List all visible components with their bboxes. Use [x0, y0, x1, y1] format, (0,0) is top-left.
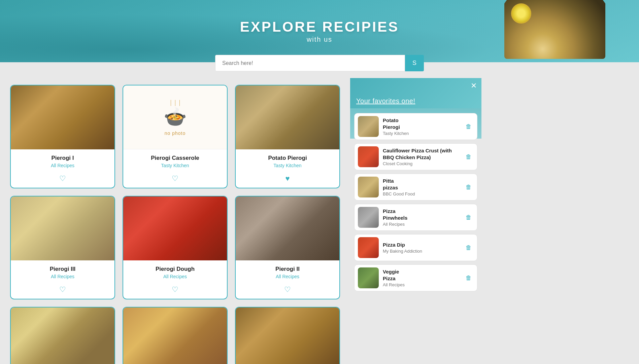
favorite-item: Pizza Dip My Baking Addiction 🗑: [354, 234, 477, 261]
recipe-source: All Recipes: [163, 274, 187, 279]
recipe-card-body: Pierogi Casserole Tasty Kitchen ♡: [123, 149, 227, 188]
recipe-card[interactable]: 🍲 no photo Pierogi Casserole Tasty Kitch…: [123, 85, 228, 188]
recipe-title: Pierogi Dough: [156, 266, 195, 272]
favorite-source: My Baking Addiction: [383, 249, 460, 254]
recipe-title: Potato Pierogi: [268, 155, 307, 161]
favorite-thumbnail: [358, 267, 379, 288]
favorite-heart-button[interactable]: ♡: [59, 283, 66, 295]
recipe-grid: Pierogi I All Recipes ♡ 🍲 no photo Piero…: [10, 85, 340, 364]
recipe-title: Pierogi II: [275, 266, 300, 272]
favorite-item: Pittapizzas BBC Good Food 🗑: [354, 174, 477, 201]
recipe-image: [123, 307, 227, 364]
favorite-name: Pittapizzas: [383, 178, 460, 191]
favorite-delete-button[interactable]: 🗑: [464, 273, 474, 283]
favorites-header: Your favorites one! ✕: [350, 78, 481, 108]
favorites-panel: Your favorites one! ✕ PotatoPierogi Tast…: [350, 78, 481, 364]
favorite-thumbnail: [358, 207, 379, 228]
favorite-heart-button[interactable]: ♡: [59, 172, 66, 184]
favorite-delete-button[interactable]: 🗑: [464, 152, 474, 162]
no-photo-placeholder: 🍲 no photo: [123, 85, 227, 149]
recipe-source: All Recipes: [51, 274, 74, 279]
recipe-title: Pierogi I: [51, 155, 74, 161]
favorite-info: Cauliflower Pizza Crust (with BBQ Chicke…: [383, 147, 460, 166]
favorite-info: Pizza Dip My Baking Addiction: [383, 242, 460, 254]
recipe-image: [11, 85, 114, 149]
favorite-delete-button[interactable]: 🗑: [464, 213, 474, 222]
pot-decoration: [171, 100, 180, 106]
recipe-card-body: Pierogi III All Recipes ♡: [11, 260, 114, 299]
recipe-grid-area: Pierogi I All Recipes ♡ 🍲 no photo Piero…: [0, 78, 350, 364]
favorite-source: Closet Cooking: [383, 161, 460, 166]
favorite-heart-button[interactable]: ♡: [172, 172, 178, 184]
recipe-card[interactable]: Pasta Recipe All Recipes ♡: [10, 307, 115, 364]
favorite-name: PotatoPierogi: [383, 117, 460, 130]
favorite-source: Tasty Kitchen: [383, 131, 460, 136]
pot-icon: 🍲: [164, 106, 187, 128]
recipe-source: Tasty Kitchen: [161, 163, 189, 168]
favorite-info: PizzaPinwheels All Recipes: [383, 208, 460, 227]
recipe-image: [11, 307, 114, 364]
favorite-item: VeggiePizza All Recipes 🗑: [354, 264, 477, 291]
recipe-card[interactable]: Potato Pierogi Tasty Kitchen ♥: [235, 85, 340, 188]
main-layout: Pierogi I All Recipes ♡ 🍲 no photo Piero…: [0, 78, 639, 364]
favorite-heart-button[interactable]: ♡: [284, 283, 291, 295]
search-wrapper: S: [215, 55, 424, 71]
favorite-source: All Recipes: [383, 222, 460, 227]
no-photo-text: no photo: [165, 131, 186, 136]
favorite-heart-button[interactable]: ♡: [172, 283, 178, 295]
favorite-thumbnail: [358, 177, 379, 197]
recipe-card-body: Pierogi II All Recipes ♡: [236, 260, 339, 299]
recipe-image: [236, 196, 339, 260]
recipe-card[interactable]: Pierogi III All Recipes ♡: [10, 196, 115, 299]
recipe-card[interactable]: Pierogi IV All Recipes ♡: [235, 307, 340, 364]
favorite-delete-button[interactable]: 🗑: [464, 243, 474, 253]
lemon-decoration: [511, 3, 531, 24]
page-title: EXPLORE RECIPIES: [240, 19, 399, 35]
favorite-delete-button[interactable]: 🗑: [464, 182, 474, 192]
header-title-block: EXPLORE RECIPIES with us: [240, 19, 399, 43]
recipe-image: [236, 307, 339, 364]
recipe-image: [236, 85, 339, 149]
recipe-card-body: Pierogi Dough All Recipes ♡: [123, 260, 227, 299]
recipe-card[interactable]: Pierogi II All Recipes ♡: [235, 196, 340, 299]
favorite-thumbnail: [358, 237, 379, 258]
header-dish-inner: [504, 0, 605, 59]
recipe-card[interactable]: Bread Dish All Recipes ♡: [123, 307, 228, 364]
favorite-info: VeggiePizza All Recipes: [383, 268, 460, 287]
recipe-source: All Recipes: [51, 163, 74, 168]
recipe-image: [123, 196, 227, 260]
favorite-info: PotatoPierogi Tasty Kitchen: [383, 117, 460, 136]
favorite-delete-button[interactable]: 🗑: [464, 122, 474, 132]
recipe-source: Tasty Kitchen: [273, 163, 301, 168]
favorite-item: PotatoPierogi Tasty Kitchen 🗑: [354, 113, 477, 140]
search-container: S: [0, 55, 639, 71]
search-input[interactable]: [215, 55, 405, 71]
recipe-card-body: Pierogi I All Recipes ♡: [11, 149, 114, 188]
favorite-source: All Recipes: [383, 282, 460, 287]
recipe-card-body: Potato Pierogi Tasty Kitchen ♥: [236, 149, 339, 188]
favorites-list: PotatoPierogi Tasty Kitchen 🗑 Cauliflowe…: [350, 108, 481, 296]
favorite-name: Cauliflower Pizza Crust (with BBQ Chicke…: [383, 147, 460, 160]
favorite-info: Pittapizzas BBC Good Food: [383, 178, 460, 196]
favorite-name: Pizza Dip: [383, 242, 460, 248]
favorite-thumbnail: [358, 146, 379, 167]
recipe-source: All Recipes: [276, 274, 299, 279]
recipe-title: Pierogi Casserole: [151, 155, 199, 161]
favorites-title: Your favorites one!: [356, 97, 415, 105]
recipe-card[interactable]: Pierogi I All Recipes ♡: [10, 85, 115, 188]
recipe-image: [11, 196, 114, 260]
page-subtitle: with us: [240, 36, 399, 43]
header-food-image: [504, 0, 605, 59]
recipe-title: Pierogi III: [50, 266, 76, 272]
favorite-item: PizzaPinwheels All Recipes 🗑: [354, 204, 477, 231]
favorite-item: Cauliflower Pizza Crust (with BBQ Chicke…: [354, 143, 477, 170]
favorite-name: VeggiePizza: [383, 268, 460, 282]
favorite-thumbnail: [358, 116, 379, 137]
header: EXPLORE RECIPIES with us: [0, 0, 639, 62]
favorite-heart-button[interactable]: ♥: [285, 172, 290, 184]
search-button[interactable]: S: [405, 55, 424, 71]
close-button[interactable]: ✕: [471, 82, 477, 89]
favorite-source: BBC Good Food: [383, 191, 460, 196]
favorite-name: PizzaPinwheels: [383, 208, 460, 221]
recipe-card[interactable]: Pierogi Dough All Recipes ♡: [123, 196, 228, 299]
